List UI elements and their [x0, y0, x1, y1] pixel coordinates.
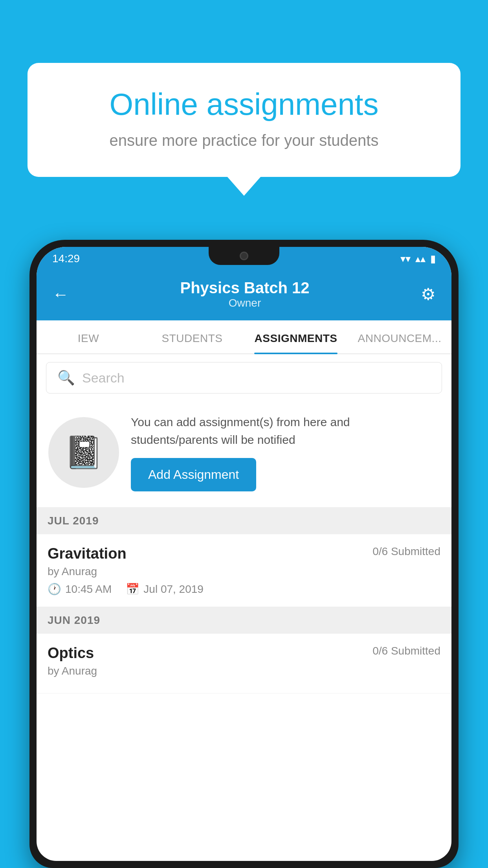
header-title: Physics Batch 12 [69, 279, 421, 297]
camera [240, 252, 248, 260]
assignment-submitted-optics: 0/6 Submitted [372, 645, 440, 657]
promo-section: 📓 You can add assignment(s) from here an… [37, 401, 451, 508]
section-label-jun: JUN 2019 [48, 614, 100, 626]
promo-description: You can add assignment(s) from here and … [131, 413, 440, 449]
promo-text-group: You can add assignment(s) from here and … [131, 413, 440, 491]
wifi-icon: ▾▾ [400, 253, 411, 265]
status-icons: ▾▾ ▴▴ ▮ [400, 253, 436, 265]
assignment-item-gravitation[interactable]: Gravitation 0/6 Submitted by Anurag 🕐 10… [37, 534, 451, 607]
assignment-row-top-optics: Optics 0/6 Submitted [48, 645, 440, 662]
bubble-subtitle: ensure more practice for your students [55, 132, 433, 149]
search-icon: 🔍 [57, 370, 75, 386]
tab-students[interactable]: STUDENTS [140, 320, 244, 353]
battery-icon: ▮ [430, 253, 436, 265]
app-header: ← Physics Batch 12 Owner ⚙ [37, 270, 451, 320]
bubble-title: Online assignments [55, 86, 433, 122]
back-button[interactable]: ← [52, 285, 69, 304]
tab-assignments[interactable]: ASSIGNMENTS [244, 320, 348, 353]
phone-notch [209, 247, 279, 265]
assignment-submitted-gravitation: 0/6 Submitted [372, 545, 440, 558]
tab-announcements[interactable]: ANNOUNCEM... [348, 320, 451, 353]
assignment-meta-gravitation: 🕐 10:45 AM 📅 Jul 07, 2019 [48, 583, 440, 596]
assignment-row-top: Gravitation 0/6 Submitted [48, 545, 440, 562]
notebook-icon: 📓 [64, 434, 103, 471]
header-subtitle: Owner [69, 297, 421, 309]
section-label-jul: JUL 2019 [48, 515, 99, 527]
assignment-title-gravitation: Gravitation [48, 545, 127, 562]
assignment-time-gravitation: 🕐 10:45 AM [48, 583, 112, 596]
assignment-author-optics: by Anurag [48, 665, 440, 677]
signal-icon: ▴▴ [415, 253, 426, 265]
search-input[interactable]: Search [82, 370, 125, 386]
search-bar-container: 🔍 Search [37, 354, 451, 401]
phone-inner: 14:29 ▾▾ ▴▴ ▮ ← Physics Batch 12 Owner ⚙… [37, 247, 451, 861]
assignment-author-gravitation: by Anurag [48, 565, 440, 578]
status-time: 14:29 [52, 252, 80, 265]
search-bar[interactable]: 🔍 Search [46, 362, 442, 394]
header-title-group: Physics Batch 12 Owner [69, 279, 421, 309]
tabs-bar: IEW STUDENTS ASSIGNMENTS ANNOUNCEM... [37, 320, 451, 354]
assignment-title-optics: Optics [48, 645, 94, 662]
assignment-date-gravitation: 📅 Jul 07, 2019 [126, 583, 204, 596]
speech-bubble-container: Online assignments ensure more practice … [28, 63, 460, 177]
section-header-jul: JUL 2019 [37, 508, 451, 534]
section-header-jun: JUN 2019 [37, 607, 451, 634]
phone-frame: 14:29 ▾▾ ▴▴ ▮ ← Physics Batch 12 Owner ⚙… [29, 240, 459, 868]
assignment-item-optics[interactable]: Optics 0/6 Submitted by Anurag [37, 634, 451, 693]
speech-bubble: Online assignments ensure more practice … [28, 63, 460, 177]
clock-icon: 🕐 [48, 583, 61, 596]
add-assignment-button[interactable]: Add Assignment [131, 458, 256, 491]
promo-icon-circle: 📓 [48, 417, 119, 488]
calendar-icon: 📅 [126, 583, 139, 596]
settings-icon[interactable]: ⚙ [421, 285, 436, 304]
tab-iew[interactable]: IEW [37, 320, 140, 353]
